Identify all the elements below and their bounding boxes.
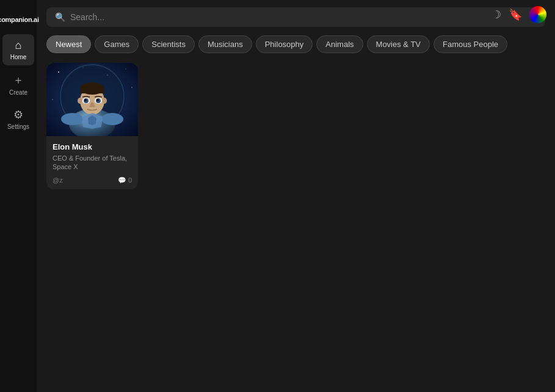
card-name: Elon Musk	[53, 142, 132, 151]
sidebar-item-settings[interactable]: ⚙ Settings	[2, 103, 34, 135]
sidebar-label-settings: Settings	[7, 123, 29, 130]
tab-musicians[interactable]: Musicians	[198, 35, 252, 53]
tab-movies-tv[interactable]: Movies & TV	[367, 35, 430, 53]
sidebar-label-home: Home	[10, 54, 27, 60]
chat-count: 0	[128, 176, 132, 184]
main-content: ☽ 🔖 🔍 Newest Games Scientists Musicians …	[37, 0, 555, 392]
search-bar: 🔍	[46, 7, 545, 27]
card-chats: 💬 0	[118, 176, 132, 184]
user-avatar[interactable]	[529, 6, 546, 23]
search-icon: 🔍	[55, 12, 65, 22]
tab-scientists[interactable]: Scientists	[142, 35, 195, 53]
card-image-elon-musk	[46, 63, 138, 136]
sidebar-label-create: Create	[9, 89, 27, 96]
chat-icon: 💬	[118, 176, 126, 184]
tab-newest[interactable]: Newest	[46, 35, 91, 53]
svg-point-5	[131, 87, 132, 88]
card-description: CEO & Founder of Tesla, Space X	[53, 154, 132, 172]
tab-famous-people[interactable]: Famous People	[433, 35, 507, 53]
tab-games[interactable]: Games	[95, 35, 139, 53]
card-elon-musk[interactable]: Elon Musk CEO & Founder of Tesla, Space …	[46, 63, 138, 189]
card-info-elon-musk: Elon Musk CEO & Founder of Tesla, Space …	[46, 136, 138, 189]
card-meta: @z 💬 0	[53, 176, 132, 184]
search-input[interactable]	[70, 12, 537, 22]
sidebar-item-home[interactable]: ⌂ Home	[2, 34, 34, 65]
svg-point-13	[78, 98, 82, 104]
svg-point-20	[96, 99, 99, 101]
moon-icon[interactable]: ☽	[492, 8, 501, 21]
card-author: @z	[53, 176, 63, 184]
settings-icon: ⚙	[13, 108, 23, 122]
sidebar-item-create[interactable]: ＋ Create	[2, 68, 34, 101]
svg-point-6	[52, 99, 53, 100]
tab-animals[interactable]: Animals	[316, 35, 363, 53]
home-icon: ⌂	[15, 39, 22, 52]
sidebar: companion.ai ⌂ Home ＋ Create ⚙ Settings	[0, 0, 37, 392]
svg-point-19	[84, 99, 87, 101]
bookmark-icon[interactable]: 🔖	[509, 8, 522, 21]
svg-point-14	[102, 98, 107, 104]
tab-philosophy[interactable]: Philosophy	[256, 35, 313, 53]
app-logo: companion.ai	[0, 11, 42, 28]
svg-point-1	[58, 71, 59, 73]
svg-point-22	[101, 113, 123, 125]
svg-point-21	[61, 113, 83, 125]
cards-grid: Elon Musk CEO & Founder of Tesla, Space …	[46, 63, 545, 189]
topbar-icons: ☽ 🔖	[492, 6, 546, 23]
create-icon: ＋	[13, 73, 24, 87]
filter-tabs: Newest Games Scientists Musicians Philos…	[46, 35, 545, 53]
svg-point-4	[125, 68, 126, 69]
